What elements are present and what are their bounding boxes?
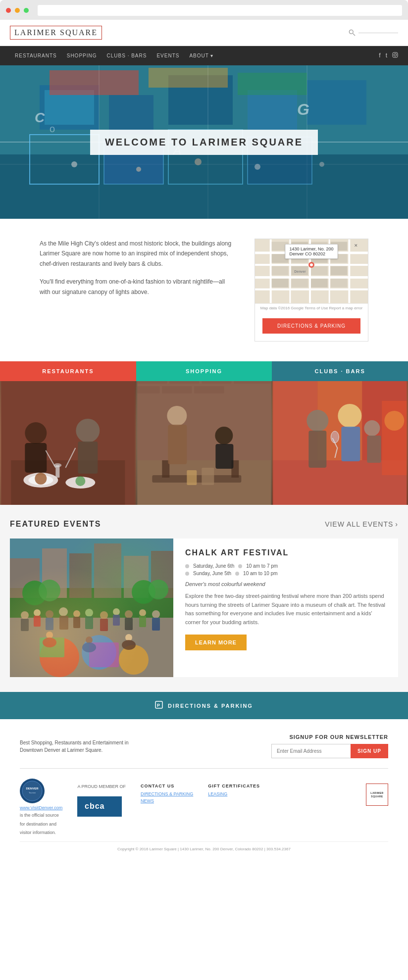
nav-item-restaurants[interactable]: RESTAURANTS: [10, 46, 62, 65]
svg-rect-75: [78, 441, 98, 474]
svg-rect-11: [307, 80, 366, 125]
svg-rect-101: [309, 431, 327, 468]
date-dot-time1: [238, 564, 242, 568]
svg-text:Tourism: Tourism: [29, 791, 36, 794]
denver-desc2: for destination and: [20, 821, 62, 828]
restaurants-bg: [0, 361, 136, 505]
newsletter-submit-button[interactable]: SIGN UP: [351, 744, 388, 758]
events-section-title: FEATURED EVENTS: [10, 520, 101, 529]
svg-rect-52: [272, 266, 289, 275]
main-nav: RESTAURANTS SHOPPING CLUBS · BARS EVENTS…: [0, 46, 408, 65]
map-footer-text: Map data ©2016 Google Terms of Use Repor…: [260, 306, 362, 310]
visit-denver-link[interactable]: www.VisitDenver.com: [20, 805, 62, 810]
category-section: RESTAURANTS: [0, 361, 408, 505]
view-all-events-link[interactable]: VIEW ALL EVENTS ›: [325, 520, 398, 528]
events-header: FEATURED EVENTS VIEW ALL EVENTS ›: [10, 520, 398, 529]
svg-rect-95: [202, 468, 214, 485]
map-address-line1: 1430 Larimer, No. 200: [289, 246, 333, 251]
view-all-arrow-icon: ›: [395, 520, 398, 528]
directions-banner[interactable]: P DIRECTIONS & PARKING: [0, 692, 408, 719]
contact-directions-link[interactable]: DIRECTIONS & PARKING: [141, 791, 193, 796]
svg-point-67: [35, 473, 47, 485]
svg-rect-14: [238, 73, 307, 95]
browser-url-bar[interactable]: [38, 5, 402, 16]
category-card-restaurants[interactable]: RESTAURANTS: [0, 361, 136, 505]
view-all-text: VIEW ALL EVENTS: [325, 520, 393, 528]
category-card-clubs[interactable]: CLUBS · BARS: [272, 361, 408, 505]
site-header: LARIMER SQUARE: [0, 20, 408, 46]
date-dot-2: [185, 572, 189, 576]
svg-text:DENVER: DENVER: [26, 787, 39, 790]
map-close-button[interactable]: ✕: [354, 243, 358, 248]
svg-text:o: o: [50, 123, 55, 134]
about-text: As the Mile High City's oldest and most …: [40, 239, 235, 305]
about-section: As the Mile High City's oldest and most …: [0, 219, 408, 361]
svg-rect-94: [187, 470, 197, 485]
svg-rect-12: [50, 70, 139, 95]
directions-button[interactable]: DIRECTIONS & PARKING: [262, 318, 360, 334]
svg-rect-86: [194, 386, 224, 393]
facebook-icon[interactable]: f: [379, 52, 380, 59]
twitter-icon[interactable]: t: [386, 52, 387, 59]
nav-links: RESTAURANTS SHOPPING CLUBS · BARS EVENTS…: [10, 46, 219, 65]
nav-item-shopping[interactable]: SHOPPING: [62, 46, 102, 65]
svg-rect-2: [393, 52, 398, 57]
newsletter-title: SIGNUP FOR OUR NEWSLETTER: [289, 734, 388, 740]
svg-rect-73: [25, 443, 47, 473]
nav-item-events[interactable]: EVENTS: [152, 46, 184, 65]
svg-point-158: [22, 781, 42, 801]
svg-point-27: [195, 158, 202, 165]
clubs-label: CLUBS · BARS: [272, 361, 408, 381]
newsletter-email-input[interactable]: [271, 744, 351, 758]
category-card-shopping[interactable]: SHOPPING: [136, 361, 272, 505]
clubs-bg: [272, 361, 408, 505]
svg-rect-91: [168, 425, 187, 464]
event-image-overlay: [10, 539, 173, 677]
event-date1-day: Saturday, June 6th: [193, 563, 234, 569]
event-dates: Saturday, June 6th 10 am to 7 pm Sunday,…: [185, 563, 386, 576]
svg-point-26: [136, 167, 141, 172]
map-footer: Map data ©2016 Google Terms of Use Repor…: [255, 303, 368, 312]
event-description: Explore the free two-day street-painting…: [185, 592, 386, 627]
date-dot-time2: [235, 572, 239, 576]
leasing-link[interactable]: LEASING: [208, 791, 260, 796]
footer-top: Best Shopping, Restaurants and Entertain…: [20, 734, 388, 769]
learn-more-button[interactable]: LEARN MORE: [185, 635, 247, 650]
map-address-line2: Denver CO 80202: [289, 251, 325, 256]
site-logo[interactable]: LARIMER SQUARE: [10, 26, 102, 40]
svg-rect-55: [331, 266, 348, 275]
newsletter-form: SIGN UP: [271, 744, 388, 758]
svg-point-106: [331, 431, 339, 443]
about-paragraph-2: You'll find everything from one-of-a-kin…: [40, 277, 235, 297]
nav-item-about[interactable]: ABOUT ▾: [184, 46, 218, 65]
proud-member-text: A PROUD MEMBER OF: [77, 784, 126, 790]
header-search: [349, 29, 398, 36]
newsletter-section: SIGNUP FOR OUR NEWSLETTER SIGN UP: [271, 734, 388, 758]
event-details: CHALK ART FESTIVAL Saturday, June 6th 10…: [173, 539, 398, 677]
svg-point-102: [338, 404, 362, 428]
clubs-image: [272, 361, 408, 505]
hero-section: C o G A WELCOME TO LARIMER SQUARE: [0, 65, 408, 219]
footer: Best Shopping, Restaurants and Entertain…: [0, 719, 408, 861]
instagram-icon[interactable]: [392, 52, 398, 59]
footer-copyright: Copyright © 2016 Larimer Square | 1430 L…: [20, 841, 388, 856]
hero-title: WELCOME TO LARIMER SQUARE: [105, 137, 303, 148]
search-icon[interactable]: [349, 29, 356, 36]
contact-news-link[interactable]: NEWS: [141, 798, 193, 803]
contact-col-title: CONTACT US: [141, 784, 193, 788]
footer-bottom: DENVER Tourism www.VisitDenver.com is th…: [20, 769, 388, 841]
browser-dot-fullscreen[interactable]: [24, 8, 29, 13]
svg-point-92: [215, 427, 233, 444]
map-embed[interactable]: Denver 1430 Larimer, No. 200 Denver CO 8…: [255, 239, 368, 303]
svg-rect-85: [162, 386, 192, 393]
svg-line-1: [353, 34, 355, 36]
browser-dot-minimize[interactable]: [15, 8, 20, 13]
svg-rect-103: [342, 427, 360, 461]
browser-dot-close[interactable]: [6, 8, 11, 13]
event-image: [10, 539, 173, 677]
hero-title-box: WELCOME TO LARIMER SQUARE: [90, 130, 318, 155]
nav-item-clubs[interactable]: CLUBS · BARS: [102, 46, 152, 65]
svg-point-104: [364, 420, 380, 436]
footer-col-denver: DENVER Tourism www.VisitDenver.com is th…: [20, 779, 62, 836]
svg-rect-57: [291, 279, 308, 288]
